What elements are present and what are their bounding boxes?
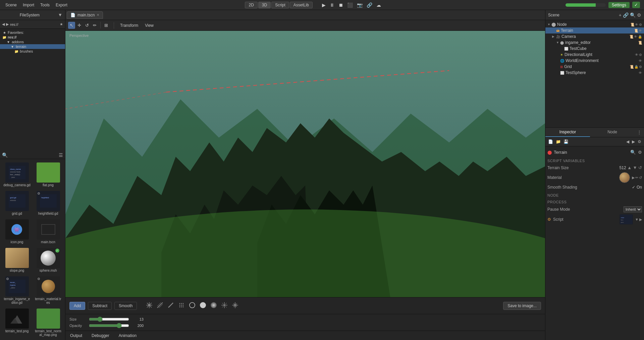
- camera-button[interactable]: 📷: [356, 2, 364, 8]
- node-lock-btn[interactable]: ⚙: [639, 23, 642, 26]
- file-item[interactable]: 👾 icon.png: [2, 218, 32, 245]
- list-view-button[interactable]: ☰: [59, 152, 63, 158]
- tab-inspector[interactable]: Inspector: [545, 128, 590, 137]
- prop-settings-btn[interactable]: ⚙: [638, 150, 642, 155]
- tree-addons[interactable]: ▼ addons: [0, 40, 65, 44]
- brush-diagonal[interactable]: [156, 301, 164, 311]
- node-script-btn[interactable]: 📜: [630, 65, 634, 69]
- prev-btn[interactable]: ◀: [626, 139, 630, 145]
- terrain-size-down[interactable]: ▼: [633, 165, 637, 170]
- scene-node-editor[interactable]: ▼ ⬤ ingame_editor 📜: [545, 40, 644, 46]
- pause-button[interactable]: ⏸: [328, 2, 336, 8]
- play-button[interactable]: ▶: [321, 2, 327, 8]
- open-folder-btn[interactable]: 📁: [555, 139, 561, 145]
- tab-node[interactable]: Node: [590, 128, 635, 137]
- animation-tab[interactable]: Animation: [117, 333, 139, 339]
- file-item[interactable]: class_nameextends Nodefunc _ready():pass…: [2, 161, 32, 188]
- file-item[interactable]: grid.gdextends grid.gd: [2, 190, 32, 217]
- search-prop-btn[interactable]: 🔍: [630, 150, 636, 155]
- node-vis-btn[interactable]: 👁: [635, 23, 638, 26]
- save-to-image-button[interactable]: Save to image...: [503, 302, 541, 310]
- move-tool[interactable]: ✛: [76, 22, 83, 29]
- scene-node-testcube[interactable]: ⬜ TestCube: [545, 46, 644, 52]
- debugger-tab[interactable]: Debugger: [90, 333, 111, 339]
- node-script-btn[interactable]: 📜: [630, 23, 634, 26]
- settings-button[interactable]: Settings: [608, 2, 630, 8]
- confirm-button[interactable]: ✓: [632, 2, 640, 8]
- file-item[interactable]: heightfield ⚙ heightfield.gd: [33, 190, 63, 217]
- file-item[interactable]: slope.png: [2, 247, 32, 274]
- menu-export[interactable]: Export: [53, 2, 70, 8]
- mode-assetlib[interactable]: AssetLib: [290, 2, 313, 8]
- opacity-slider[interactable]: [89, 323, 129, 328]
- next-btn[interactable]: ▶: [631, 139, 636, 145]
- node-script-btn[interactable]: 📜: [634, 29, 638, 32]
- new-script-btn[interactable]: 📄: [547, 139, 554, 145]
- stop-button[interactable]: ⏹: [337, 2, 344, 8]
- settings-node-button[interactable]: ⚙: [637, 12, 641, 18]
- brush-snowflake2[interactable]: [231, 301, 239, 311]
- terrain-size-reset[interactable]: ↺: [638, 165, 642, 170]
- scene-node-terrain[interactable]: 🏔 Terrain 📜 👁: [545, 27, 644, 33]
- brush-circle-filled[interactable]: [199, 301, 207, 311]
- node-script-btn[interactable]: 📜: [629, 35, 633, 39]
- material-reset[interactable]: ↺: [639, 176, 642, 180]
- node-lock-btn[interactable]: ⚙: [639, 53, 642, 57]
- node-lock-btn[interactable]: 🔒: [638, 35, 642, 39]
- mode-2d[interactable]: 2D: [245, 2, 257, 8]
- file-item[interactable]: terrain_test_normal_map.png: [33, 307, 63, 338]
- file-item[interactable]: main.tscn: [33, 218, 63, 245]
- script-edit-btn[interactable]: ▼: [635, 217, 639, 222]
- node-vis-btn[interactable]: 👁: [635, 53, 638, 57]
- search-node-button[interactable]: 🔍: [630, 12, 636, 18]
- node-lock-btn[interactable]: 🔒: [634, 65, 638, 69]
- brush-star[interactable]: [220, 301, 229, 311]
- tree-favorites[interactable]: ★ Favorites:: [0, 30, 65, 35]
- scene-node-root[interactable]: ▼ ⬤ Node 📜 👁 ⚙: [545, 21, 644, 27]
- mode-script[interactable]: Script: [271, 2, 289, 8]
- node-vis-btn[interactable]: 👁: [639, 59, 642, 63]
- subtract-button[interactable]: Subtract: [88, 302, 112, 310]
- brush-circle-outline[interactable]: [188, 301, 197, 311]
- file-item[interactable]: flat.png: [33, 161, 63, 188]
- node-script-btn[interactable]: 📜: [638, 41, 642, 45]
- size-slider[interactable]: [89, 317, 129, 322]
- tree-brushes[interactable]: 📁 brushes: [0, 49, 65, 54]
- transform-btn[interactable]: Transform: [118, 22, 140, 29]
- file-item[interactable]: terrain_test.png: [2, 307, 32, 338]
- rotate-tool[interactable]: ↺: [84, 22, 91, 29]
- scene-node-world[interactable]: 🌐 WorldEnvironment 👁: [545, 58, 644, 64]
- terrain-size-up[interactable]: ▲: [627, 165, 632, 170]
- script-open-btn[interactable]: ▶: [639, 217, 642, 222]
- brush-soft-circle[interactable]: [209, 301, 218, 311]
- extra-button[interactable]: ☁: [375, 2, 382, 8]
- brush-dots-small[interactable]: [177, 301, 186, 311]
- viewport[interactable]: Perspective: [65, 31, 545, 297]
- node-vis-btn[interactable]: 👁: [639, 29, 642, 32]
- view-btn[interactable]: View: [143, 22, 156, 29]
- add-button[interactable]: Add: [69, 302, 85, 310]
- file-item[interactable]: terrain_ingame_editor ⚙ terrain_ingame_e…: [2, 275, 32, 306]
- search-button[interactable]: 🔍: [2, 152, 8, 158]
- menu-scene[interactable]: Scene: [3, 2, 19, 8]
- tree-res[interactable]: 📁 res://: [0, 35, 65, 40]
- pause-mode-select[interactable]: Inherit: [624, 206, 642, 212]
- save-btn[interactable]: 💾: [563, 139, 569, 145]
- file-item[interactable]: ✓ sphere.msh: [33, 247, 63, 274]
- scene-node-sphere[interactable]: ⬜ TestSphere 👁: [545, 70, 644, 76]
- nav-forward[interactable]: ▶: [6, 22, 9, 26]
- menu-import[interactable]: Import: [20, 2, 37, 8]
- node-vis-btn[interactable]: 👁: [634, 35, 637, 39]
- output-tab[interactable]: Output: [68, 333, 84, 339]
- mode-3d[interactable]: 3D: [258, 2, 271, 8]
- node-vis-btn[interactable]: ⚙: [639, 65, 642, 69]
- tree-terrain[interactable]: ▼ terrain: [0, 44, 65, 49]
- material-edit[interactable]: ✏: [635, 176, 638, 180]
- inspector-settings[interactable]: ⚙: [637, 139, 642, 145]
- add-node-button[interactable]: +: [619, 12, 622, 18]
- menu-tools[interactable]: Tools: [38, 2, 52, 8]
- smooth-button[interactable]: Smooth: [114, 302, 137, 310]
- select-tool[interactable]: ↖: [68, 22, 75, 29]
- nav-back[interactable]: ◀: [2, 22, 5, 26]
- snap-tool[interactable]: ⊞: [103, 22, 110, 29]
